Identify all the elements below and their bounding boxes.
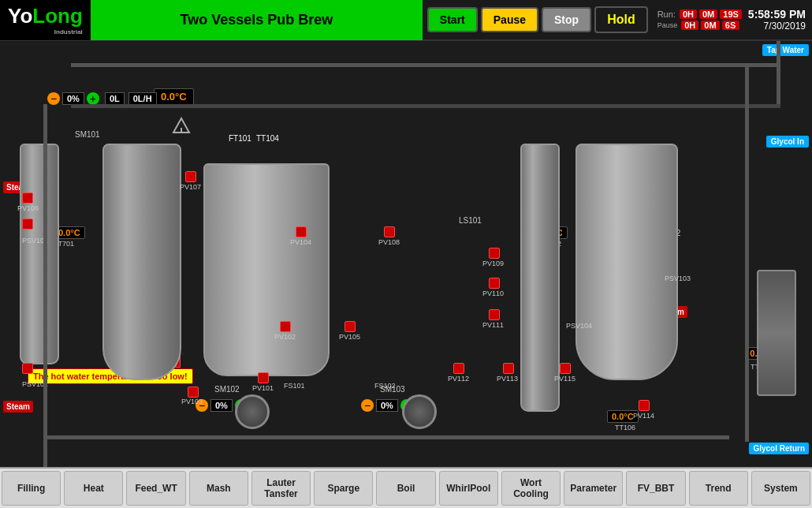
pv110-label: PV110 [482,289,504,297]
psv101-indicator[interactable] [22,219,33,230]
vessel-middle [203,163,330,376]
tap-water-label: Tap Water [762,44,809,56]
vessel-e101 [20,144,59,364]
nav-btn-boil[interactable]: Boil [376,471,435,506]
pump-top-plus[interactable]: + [87,92,99,105]
pv106-indicator[interactable] [22,192,33,204]
controls-area: Start Pause Stop Hold [423,6,653,33]
fs102-label: FS102 [374,382,396,390]
pause-hours: 0H [681,21,698,30]
pv103-indicator[interactable] [188,387,199,398]
pause-button[interactable]: Pause [481,7,538,32]
logo: Yo Long Industrial [0,0,91,40]
nav-btn-sparge[interactable]: Sparge [314,471,373,506]
nav-btn-mash[interactable]: Mash [189,471,248,506]
sm102-pct: 0% [210,399,233,412]
pipe-v-right-top [777,41,780,104]
top-bar: Yo Long Industrial Two Vessels Pub Brew … [0,0,812,41]
steam-label-2: Steam [3,401,33,413]
pv110-indicator[interactable] [489,278,500,289]
nav-btn-whirlpool[interactable]: WhirlPool [439,471,498,506]
start-button[interactable]: Start [427,7,478,32]
pv113-indicator[interactable] [503,363,514,374]
bottom-nav: FillingHeatFeed_WTMashLauter TansferSpar… [0,467,812,508]
tt106-label: TT106 [615,424,635,431]
pv104-label: PV104 [290,238,311,246]
nav-btn-system[interactable]: System [751,471,810,506]
sm101-label: SM101 [75,130,100,139]
pv101-indicator[interactable] [258,372,269,383]
process-area: Tap Water Glycol In Glycol Return Steam … [0,41,812,467]
pipe-h-top [71,63,780,67]
pv115-label: PV115 [554,375,575,383]
pump-top-minus[interactable]: − [47,92,60,105]
sm103-pct: 0% [376,399,398,412]
psv102-indicator[interactable] [22,363,33,374]
pv108-indicator[interactable] [384,226,395,237]
pv114-indicator[interactable] [639,400,650,411]
pump-sm102-circle[interactable] [235,394,270,429]
pv111-indicator[interactable] [489,309,500,320]
psv104-label: PSV104 [566,322,592,330]
nav-btn-fv_bbt[interactable]: FV_BBT [626,471,685,506]
ls101-label: LS101 [459,216,482,225]
current-time: 5:58:59 PM [748,8,806,21]
nav-btn-lautertansfer[interactable]: Lauter Tansfer [251,471,311,506]
run-minutes: 0M [699,9,717,19]
psv103-label: PSV103 [665,275,691,282]
pv107-indicator[interactable] [185,171,196,182]
logo-long: Long [32,4,83,28]
pause-minutes: 0M [701,21,719,30]
pv105-indicator[interactable] [345,321,356,332]
current-date: 7/30/2019 [764,21,806,32]
pipe-v-right [745,63,749,442]
pv105-label: PV105 [339,333,360,341]
nav-btn-parameter[interactable]: Parameter [564,471,623,506]
pipe-h-bottom [43,435,729,439]
nav-btn-feed_wt[interactable]: Feed_WT [126,471,185,506]
pipe-v-left [43,104,47,467]
pv106-label: PV106 [17,204,39,212]
clock: 5:58:59 PM 7/30/2019 [742,8,812,32]
temp-display-top[interactable]: 0.0°C [154,88,194,105]
pump-top-pct: 0% [62,92,84,105]
pause-seconds: 6S [722,21,739,30]
sm102-label: SM102 [214,385,240,394]
run-hours: 0H [680,9,697,19]
pv108-label: PV108 [378,238,400,246]
pv103-label: PV103 [181,398,203,405]
vessel-right-tall [520,144,560,412]
pv102-indicator[interactable] [280,321,291,332]
logo-sub: Industrial [8,28,83,35]
pv112-label: PV112 [448,375,469,383]
vessel-main-left [102,144,181,380]
pv114-label: PV114 [633,412,654,420]
pv115-indicator[interactable] [560,363,571,374]
vessel-right-cone [575,144,678,380]
pause-label: Pause [657,21,678,29]
nav-btn-heat[interactable]: Heat [64,471,123,506]
nav-btn-filling[interactable]: Filling [2,471,61,506]
nav-btn-wortcooling[interactable]: Wort Cooling [501,471,561,506]
fs101-label: FS101 [284,382,305,390]
pv109-label: PV109 [482,260,504,267]
pump-top-ol: 0L [105,92,125,105]
pv112-indicator[interactable] [453,363,464,374]
pv104-indicator[interactable] [296,226,307,237]
stop-button[interactable]: Stop [542,7,591,32]
pv101-label: PV101 [252,384,274,392]
pump-top-olh: 0L/H [129,92,157,105]
hold-button[interactable]: Hold [594,6,648,33]
tt104-label: TT104 [256,134,279,143]
ft101-label: FT101 [229,134,251,143]
logo-yo: Yo [8,4,32,28]
flow-sensor-svg [172,117,191,136]
pv109-indicator[interactable] [489,248,500,259]
run-seconds: 19S [720,9,742,19]
heat-exchanger [757,270,796,396]
pump-sm103-circle[interactable] [402,394,437,429]
pipe-h-mid [71,104,780,108]
pv107-label: PV107 [180,183,201,191]
sm103-minus[interactable]: − [361,399,374,412]
nav-btn-trend[interactable]: Trend [689,471,748,506]
